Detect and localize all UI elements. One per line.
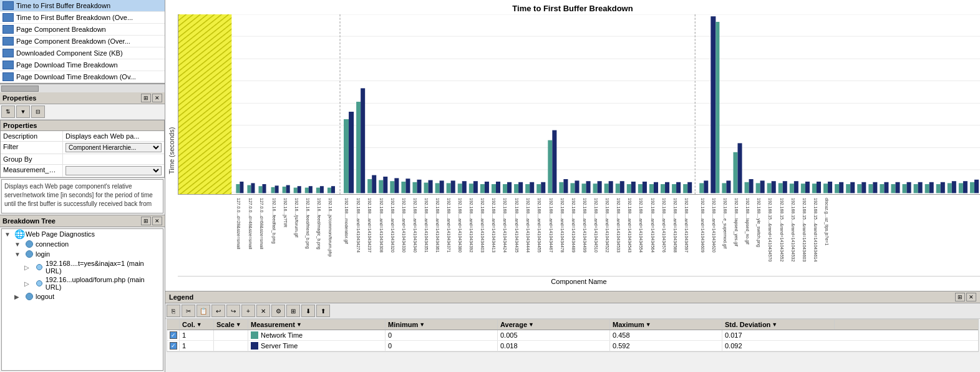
- bt-close-button[interactable]: ✕: [152, 217, 162, 225]
- svg-rect-120: [846, 184, 850, 193]
- chart-icon-4: [2, 49, 14, 57]
- tree-item-2[interactable]: Page Component Breakdown: [0, 24, 165, 36]
- cb-network[interactable]: [170, 331, 177, 339]
- bt-url2-label: 192.16...upload/forum.php (main URL): [46, 276, 162, 291]
- sort-button[interactable]: ⇅: [1, 105, 15, 118]
- bt-item-url1[interactable]: ▷ 192.168....t=yes&inajax=1 (main URL): [2, 259, 163, 275]
- th-stddev-sort[interactable]: ▼: [772, 321, 777, 328]
- close-properties-button[interactable]: ✕: [152, 94, 162, 102]
- tree-item-1[interactable]: Time to First Buffer Breakdown (Ove...: [0, 12, 165, 24]
- expand-url2[interactable]: ▷: [24, 280, 34, 287]
- columns-button[interactable]: ⊟: [31, 105, 45, 118]
- row1-measurement: Network Time: [261, 331, 303, 339]
- tree-list: Time to First Buffer Breakdown Time to F…: [0, 0, 165, 84]
- legend-props-btn[interactable]: ⚙: [271, 305, 285, 317]
- legend-undo-btn[interactable]: ↩: [211, 305, 225, 317]
- th-measurement-sort[interactable]: ▼: [296, 321, 302, 328]
- svg-text:192.168....and=1410434340: 192.168....and=1410434340: [413, 198, 417, 253]
- legend-pin-button[interactable]: ⊞: [955, 293, 965, 301]
- bt-item-url2[interactable]: ▷ 192.16...upload/forum.php (main URL): [2, 275, 163, 291]
- svg-text:192.168....and=1410434424: 192.168....and=1410434424: [503, 198, 507, 253]
- th-minimum-sort[interactable]: ▼: [419, 321, 425, 328]
- bt-item-logout[interactable]: ▶ logout: [2, 291, 163, 301]
- measurement-select[interactable]: [65, 166, 162, 175]
- scrollbar-thumb[interactable]: [1, 86, 39, 92]
- bt-item-root[interactable]: ▼ 🌐 Web Page Diagnostics: [2, 229, 163, 239]
- legend-delete-btn[interactable]: ✕: [256, 305, 270, 317]
- cb-server-cell[interactable]: [167, 341, 180, 351]
- filter-select[interactable]: Component Hierarchie...: [65, 143, 162, 152]
- svg-rect-90: [676, 182, 681, 193]
- legend-redo-btn[interactable]: ↪: [226, 305, 240, 317]
- th-scale-label: Scale: [216, 321, 235, 328]
- svg-rect-118: [835, 184, 839, 193]
- chart-icon-1: [2, 13, 14, 22]
- svg-rect-81: [627, 184, 631, 193]
- th-scale-sort[interactable]: ▼: [236, 321, 241, 328]
- svg-rect-46: [429, 180, 433, 193]
- td-measurement-server: Server Time: [248, 341, 386, 351]
- legend-row-network: 1 Network Time 0 0.005 0.458: [167, 330, 978, 341]
- th-maximum-sort[interactable]: ▼: [646, 321, 651, 328]
- td-avg-network: 0.005: [498, 330, 610, 340]
- chart-with-xaxis: 0.4 0.35 0.3 0.25 0.2 0.15 0.1 0.05 0: [178, 14, 980, 286]
- expand-login[interactable]: ▼: [14, 251, 24, 258]
- legend-add-btn[interactable]: +: [241, 305, 255, 317]
- bt-item-login[interactable]: ▼ login: [2, 249, 163, 259]
- legend-copy-btn[interactable]: ⎘: [167, 305, 180, 317]
- svg-rect-53: [469, 184, 473, 193]
- legend-row-server: 1 Server Time 0 0.018 0.592: [167, 341, 978, 351]
- svg-text:192.168....and=1410434444: 192.168....and=1410434444: [526, 198, 530, 253]
- svg-rect-82: [631, 182, 636, 193]
- tree-item-4[interactable]: Downloaded Component Size (KB): [0, 47, 165, 59]
- legend-paste-btn[interactable]: 📋: [196, 305, 210, 317]
- svg-rect-92: [687, 182, 692, 193]
- expand-connection[interactable]: ▼: [14, 241, 24, 248]
- svg-rect-123: [861, 182, 866, 193]
- th-average-sort[interactable]: ▼: [528, 321, 534, 328]
- svg-rect-85: [649, 184, 654, 193]
- props-label-groupby: Group By: [1, 154, 63, 164]
- legend-export-btn[interactable]: ⬆: [316, 305, 330, 317]
- svg-rect-32: [349, 112, 354, 193]
- expand-logout[interactable]: ▶: [14, 293, 24, 300]
- chart-svg: [178, 14, 980, 194]
- svg-rect-11: [178, 14, 231, 194]
- th-col-sort[interactable]: ▼: [196, 321, 202, 328]
- legend-import-btn[interactable]: ⬇: [301, 305, 315, 317]
- tree-item-6[interactable]: Page Download Time Breakdown (Ov...: [0, 71, 165, 83]
- expand-url1[interactable]: ▷: [24, 264, 34, 271]
- th-maximum: Maximum ▼: [610, 320, 722, 330]
- legend-expand-btn[interactable]: ⊞: [286, 305, 300, 317]
- svg-text:192.168.15...&rand=1410434552: 192.168.15...&rand=1410434552: [780, 198, 784, 262]
- svg-rect-139: [952, 181, 956, 193]
- expand-root[interactable]: ▼: [4, 231, 14, 238]
- legend-table: Col. ▼ Scale ▼ Measurement ▼ Minimum ▼: [167, 319, 979, 352]
- svg-rect-70: [563, 179, 568, 193]
- chart-inner: Time (seconds) 0.4 0.35 0.3 0.25 0.2 0.1…: [165, 14, 980, 286]
- svg-rect-138: [948, 183, 952, 193]
- svg-text:discuz.g...uz_tips.js?e=1: discuz.g...uz_tips.js?e=1: [824, 198, 829, 245]
- props-row-description: Description Displays each Web pa...: [1, 131, 164, 142]
- legend-cut-btn[interactable]: ✂: [182, 305, 195, 317]
- td-col-network: 1: [180, 330, 214, 340]
- bt-pin-button[interactable]: ⊞: [141, 217, 151, 225]
- bt-item-connection[interactable]: ▼ connection: [2, 239, 163, 249]
- legend-close-button[interactable]: ✕: [966, 293, 976, 301]
- horizontal-scrollbar[interactable]: [0, 84, 165, 92]
- svg-rect-125: [873, 182, 877, 193]
- th-measurement-label: Measurement: [251, 321, 295, 328]
- cb-network-cell[interactable]: [167, 330, 180, 340]
- cb-server[interactable]: [170, 342, 177, 350]
- svg-rect-84: [643, 182, 647, 193]
- x-axis-labels-container: 127.0.0...d=28&size=small 127.0.0...d=48…: [178, 195, 980, 276]
- pin-button[interactable]: ⊞: [141, 94, 151, 102]
- props-value-measurement: [63, 165, 164, 177]
- svg-rect-15: [251, 183, 255, 193]
- th-scale: Scale ▼: [214, 320, 248, 330]
- tree-item-5[interactable]: Page Download Time Breakdown: [0, 59, 165, 71]
- svg-rect-137: [941, 182, 945, 193]
- tree-item-0[interactable]: Time to First Buffer Breakdown: [0, 0, 165, 12]
- filter-button[interactable]: ▼: [16, 105, 30, 118]
- tree-item-3[interactable]: Page Component Breakdown (Over...: [0, 36, 165, 47]
